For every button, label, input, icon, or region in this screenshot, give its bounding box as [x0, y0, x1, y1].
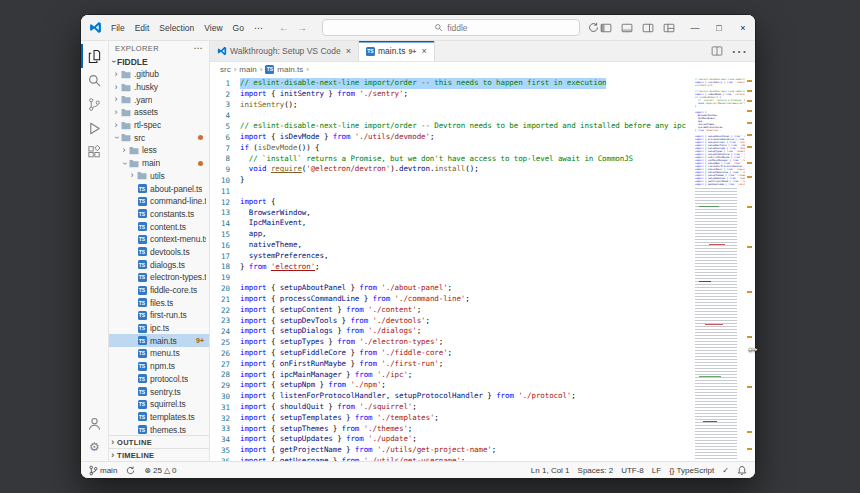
tree-item-about-panel.ts[interactable]: ›TSabout-panel.ts — [109, 182, 209, 195]
close-button[interactable]: × — [731, 15, 755, 40]
tree-item-context-menu.ts[interactable]: ›TScontext-menu.ts — [109, 233, 209, 246]
tree-item-npm.ts[interactable]: ›TSnpm.ts — [109, 360, 209, 373]
code-line-22[interactable]: 22import { setupContent } from './conten… — [210, 305, 695, 316]
menu-selection[interactable]: Selection — [154, 23, 199, 33]
code-line-35[interactable]: 35import { getProjectName } from './util… — [210, 445, 695, 456]
command-center-search[interactable]: fiddle — [322, 19, 580, 36]
code-line-14[interactable]: 14 IpcMainEvent, — [210, 218, 695, 229]
formatter-status[interactable]: ✓ — [722, 466, 729, 475]
tree-item-.yarn[interactable]: ›.yarn — [109, 93, 209, 106]
code-line-32[interactable]: 32import { setupTemplates } from './temp… — [210, 413, 695, 424]
views-more-icon[interactable]: ⋯ — [194, 43, 203, 53]
tab-main-ts[interactable]: TS main.ts 9+ × — [359, 41, 435, 61]
code-editor[interactable]: 1// eslint-disable-next-line import/orde… — [210, 76, 755, 461]
code-line-3[interactable]: 3initSentry(); — [210, 100, 695, 111]
code-line-7[interactable]: 7if (isDevMode()) { — [210, 143, 695, 154]
branch-indicator[interactable]: main — [89, 465, 117, 476]
tree-item-electron-types.ts[interactable]: ›TSelectron-types.ts — [109, 271, 209, 284]
maximize-button[interactable]: □ — [707, 15, 731, 40]
code-line-28[interactable]: 28import { ipcMainManager } from './ipc'… — [210, 370, 695, 381]
encoding[interactable]: UTF-8 — [621, 466, 644, 475]
tree-item-first-run.ts[interactable]: ›TSfirst-run.ts — [109, 309, 209, 322]
explorer-icon[interactable] — [81, 44, 108, 68]
code-line-24[interactable]: 24import { setupDialogs } from './dialog… — [210, 326, 695, 337]
tree-item-less[interactable]: ›less — [109, 144, 209, 157]
tree-item-devtools.ts[interactable]: ›TSdevtools.ts — [109, 246, 209, 259]
code-line-16[interactable]: 16 nativeTheme, — [210, 240, 695, 251]
sync-icon[interactable] — [588, 22, 599, 33]
code-line-8[interactable]: 8 // `install` returns a Promise, but we… — [210, 154, 695, 165]
forward-icon[interactable]: → — [294, 22, 310, 33]
code-line-19[interactable]: 19 — [210, 272, 695, 283]
tree-item-constants.ts[interactable]: ›TSconstants.ts — [109, 208, 209, 221]
code-line-5[interactable]: 5// eslint-disable-next-line import/orde… — [210, 121, 695, 132]
tree-item-templates.ts[interactable]: ›TStemplates.ts — [109, 411, 209, 424]
breadcrumb-item[interactable]: main.ts — [277, 65, 303, 74]
code-line-30[interactable]: 30import { listenForProtocolHandler, set… — [210, 391, 695, 402]
tree-item-content.ts[interactable]: ›TScontent.ts — [109, 220, 209, 233]
toggle-secondary-sidebar-icon[interactable] — [642, 22, 654, 34]
indentation[interactable]: Spaces: 2 — [578, 466, 614, 475]
toggle-panel-icon[interactable] — [621, 22, 633, 34]
menu-overflow-icon[interactable]: ⋯ — [249, 23, 268, 33]
tree-item-fiddle-core.ts[interactable]: ›TSfiddle-core.ts — [109, 284, 209, 297]
tree-item-ipc.ts[interactable]: ›TSipc.ts — [109, 322, 209, 335]
tree-item-protocol.ts[interactable]: ›TSprotocol.ts — [109, 373, 209, 386]
code-line-21[interactable]: 21import { processCommandLine } from './… — [210, 294, 695, 305]
eol-sequence[interactable]: LF — [652, 466, 661, 475]
extensions-icon[interactable] — [81, 140, 108, 164]
language-mode[interactable]: {} TypeScript — [669, 466, 714, 475]
overview-ruler[interactable] — [745, 76, 755, 461]
close-tab-icon[interactable]: × — [419, 46, 426, 56]
close-tab-icon[interactable]: × — [344, 46, 351, 56]
source-control-icon[interactable] — [81, 92, 108, 116]
code-line-9[interactable]: 9 void require('@electron/devtron').devt… — [210, 164, 695, 175]
code-line-12[interactable]: 12import { — [210, 197, 695, 208]
code-line-15[interactable]: 15 app, — [210, 229, 695, 240]
cursor-position[interactable]: Ln 1, Col 1 — [531, 466, 570, 475]
notifications-bell[interactable] — [737, 465, 747, 476]
minimap[interactable]: // eslint-disable-next-line import/order… — [695, 76, 745, 461]
back-icon[interactable]: ← — [276, 22, 292, 33]
tree-item-utils[interactable]: ›utils — [109, 170, 209, 183]
tree-item-rtl-spec[interactable]: ›rtl-spec — [109, 119, 209, 132]
code-line-20[interactable]: 20import { setupAboutPanel } from './abo… — [210, 283, 695, 294]
code-line-27[interactable]: 27import { onFirstRunMaybe } from './fir… — [210, 359, 695, 370]
code-line-36[interactable]: 36import { getUsername } from './utils/g… — [210, 456, 695, 461]
problems-indicator[interactable]: ⊗ 25 △ 0 — [144, 466, 176, 475]
timeline-section[interactable]: › TIMELINE — [109, 448, 209, 461]
code-line-29[interactable]: 29import { setupNpm } from './npm'; — [210, 380, 695, 391]
code-line-31[interactable]: 31import { shouldQuit } from './squirrel… — [210, 402, 695, 413]
tab-walkthrough[interactable]: Walkthrough: Setup VS Code × — [210, 41, 359, 61]
code-line-17[interactable]: 17 systemPreferences, — [210, 251, 695, 262]
code-line-4[interactable]: 4 — [210, 110, 695, 121]
project-section-header[interactable]: › FIDDLE — [109, 55, 209, 68]
code-line-10[interactable]: 10} — [210, 175, 695, 186]
menu-view[interactable]: View — [199, 23, 227, 33]
tree-item-command-line.ts[interactable]: ›TScommand-line.ts — [109, 195, 209, 208]
menu-edit[interactable]: Edit — [130, 23, 155, 33]
code-line-33[interactable]: 33import { setupThemes } from './themes'… — [210, 424, 695, 435]
tree-item-src[interactable]: ›src — [109, 131, 209, 144]
tree-item-themes.ts[interactable]: ›TSthemes.ts — [109, 423, 209, 435]
tree-item-.github[interactable]: ›.github — [109, 68, 209, 81]
code-line-23[interactable]: 23import { setupDevTools } from './devto… — [210, 316, 695, 327]
editor-more-icon[interactable]: ⋯ — [731, 42, 747, 61]
run-debug-icon[interactable] — [81, 116, 108, 140]
breadcrumb-item[interactable]: src — [220, 65, 231, 74]
code-line-11[interactable]: 11 — [210, 186, 695, 197]
search-sidebar-icon[interactable] — [81, 68, 108, 92]
outline-section[interactable]: › OUTLINE — [109, 435, 209, 448]
menu-go[interactable]: Go — [228, 23, 249, 33]
settings-gear-icon[interactable]: ⚙ — [81, 435, 108, 459]
tree-item-sentry.ts[interactable]: ›TSsentry.ts — [109, 385, 209, 398]
tree-item-main.ts[interactable]: ›TSmain.ts9+ — [109, 334, 209, 347]
split-editor-icon[interactable] — [711, 45, 723, 57]
tree-item-main[interactable]: ›main — [109, 157, 209, 170]
toggle-sidebar-icon[interactable] — [600, 22, 612, 34]
code-line-26[interactable]: 26import { setupFiddleCore } from './fid… — [210, 348, 695, 359]
code-line-1[interactable]: 1// eslint-disable-next-line import/orde… — [210, 78, 695, 89]
tree-item-dialogs.ts[interactable]: ›TSdialogs.ts — [109, 258, 209, 271]
account-icon[interactable] — [81, 411, 108, 435]
menu-file[interactable]: File — [106, 23, 130, 33]
